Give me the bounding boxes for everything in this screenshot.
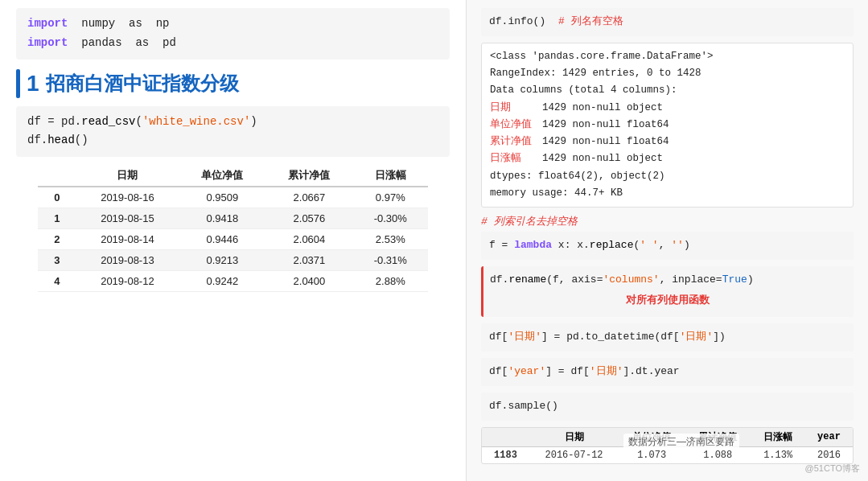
info-line-7: 日涨幅 1429 non-null object [490,150,845,167]
info-output-block: <class 'pandas.core.frame.DataFrame'> Ra… [481,43,854,208]
df-rename: df. [490,273,508,286]
blue-bar [16,69,20,98]
row-cell: 1.13% [751,446,805,463]
row-index: 2 [38,229,76,250]
row-cell: 2.0371 [265,250,352,271]
table-row: 42019-08-120.92422.04002.88% [38,271,428,292]
row-cell: 2.0604 [265,229,352,250]
table-row: 22019-08-140.94462.06042.53% [38,229,428,250]
row-cell: 2016 [805,446,853,463]
sample-col-idx [482,428,529,447]
head-fn: head [47,134,75,146]
df-var: df [27,115,41,128]
row-cell: -0.30% [352,208,428,229]
df-info-call: df.info() [489,15,545,27]
info-line-9: memory usage: 44.7+ KB [490,185,845,202]
data-table: 日期 单位净值 累计净值 日涨幅 02019-08-160.95092.0667… [38,165,428,292]
overlay-text: 数据分析三—济南区要路 [623,434,739,450]
apply-note: 对所有列使用函数 [490,291,845,310]
sample-col-change: 日涨幅 [751,428,805,447]
import-pandas-line: import pandas as pd [27,34,438,53]
table-header-row: 日期 单位净值 累计净值 日涨幅 [38,165,428,187]
row-index: 3 [38,250,76,271]
row-cell: 0.9446 [179,229,265,250]
as-keyword-1: as [129,17,142,30]
import-code-block: import numpy as np import pandas as pd [16,8,450,60]
rename-fn: rename [508,273,546,286]
col-header-cumulative: 累计净值 [265,165,352,187]
true-val: True [722,273,747,286]
strip-space-comment: # 列索引名去掉空格 [481,216,578,228]
year-code: df['year'] = df['日期'].dt.year [481,358,854,386]
row-cell: 2.0667 [265,187,352,208]
watermark: @51CTO博客 [805,462,860,475]
row-index: 4 [38,271,76,292]
info-line-2: RangeIndex: 1429 entries, 0 to 1428 [490,65,845,82]
row-cell: 2019-08-15 [76,208,179,229]
row-cell: 2.0576 [265,208,352,229]
info-line-4: 日期 1429 non-null object [490,100,845,117]
row-cell: 0.9509 [179,187,265,208]
space-str: ' ' [640,239,658,251]
info-comment: # 列名有空格 [558,15,623,27]
section-heading: 1 招商白酒中证指数分级 [16,69,450,98]
col-header-index [38,165,76,187]
table-row: 02019-08-160.95092.06670.97% [38,187,428,208]
row-cell: 2.53% [352,229,428,250]
columns-str: 'columns' [603,273,659,286]
replace-fn: replace [590,239,634,251]
pandas-lib: pandas [81,36,121,49]
info-line-1: <class 'pandas.core.frame.DataFrame'> [490,48,845,65]
rename-line: df.rename(f, axis='columns', inplace=Tru… [490,271,845,290]
datetime-line: df['日期'] = pd.to_datetime(df['日期']) [489,331,726,343]
right-panel: df.info() # 列名有空格 <class 'pandas.core.fr… [467,0,868,481]
row-cell: 0.97% [352,187,428,208]
col-header-unit: 单位净值 [179,165,265,187]
lambda-code: f = lambda x: x.replace(' ', '') [481,232,854,260]
df-head: df [27,134,41,146]
read-csv-code-block: df = pd.read_csv('white_wine.csv') df.he… [16,106,450,158]
empty-str: '' [671,239,684,251]
numpy-lib: numpy [81,17,115,30]
col-date: 日期 [490,102,511,113]
row-cell: 0.9213 [179,250,265,271]
read-csv-line: df = pd.read_csv('white_wine.csv') [27,113,438,132]
row-cell: 2.88% [352,271,428,292]
sample-code: df.sample() [481,393,854,421]
section-title: 招商白酒中证指数分级 [46,71,239,97]
sample-col-year: year [805,428,853,447]
datetime-code: df['日期'] = pd.to_datetime(df['日期']) [481,323,854,352]
row-cell: 2016-07-12 [529,446,619,463]
row-cell: 2019-08-16 [76,187,179,208]
pd-alias: pd [162,36,176,49]
col-unit: 单位净值 [490,119,532,130]
row-cell: 2.0400 [265,271,352,292]
lambda-expr: f = [489,239,514,251]
import-numpy-line: import numpy as np [27,14,438,34]
section-number: 1 [27,71,39,97]
table-row: 12019-08-150.94182.0576-0.30% [38,208,428,229]
row-index: 0 [38,187,76,208]
pd-ref: pd [61,115,75,128]
sample-col-date: 日期 [529,428,619,447]
info-line-8: dtypes: float64(2), object(2) [490,168,845,185]
rename-code: df.rename(f, axis='columns', inplace=Tru… [481,266,854,318]
row-index: 1183 [482,446,529,463]
table-row: 32019-08-130.92132.0371-0.31% [38,250,428,271]
row-cell: -0.31% [352,250,428,271]
row-cell: 2019-08-14 [76,229,179,250]
read-csv-fn: read_csv [81,115,135,128]
csv-filename: 'white_wine.csv' [142,115,250,128]
row-cell: 0.9242 [179,271,265,292]
info-line-6: 累计净值 1429 non-null float64 [490,134,845,150]
row-cell: 0.9418 [179,208,265,229]
equals: = [47,115,61,128]
df-info-code: df.info() # 列名有空格 [481,8,854,36]
comment-strip-space: # 列索引名去掉空格 [481,214,854,228]
col-cum: 累计净值 [490,136,532,147]
info-line-3: Data columns (total 4 columns): [490,82,845,99]
info-line-5: 单位净值 1429 non-null float64 [490,117,845,134]
year-line: df['year'] = df['日期'].dt.year [489,365,680,377]
row-cell: 2019-08-12 [76,271,179,292]
as-keyword-2: as [135,36,149,49]
